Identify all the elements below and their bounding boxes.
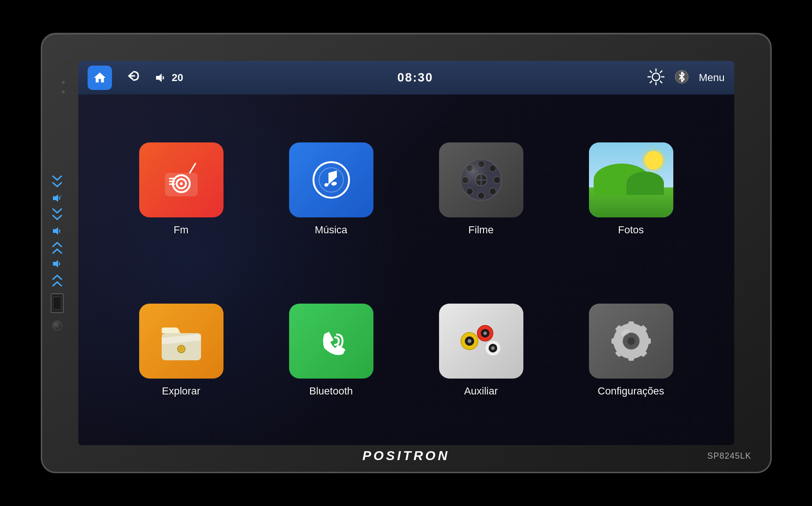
bluetooth-header-icon [674, 68, 689, 85]
svg-line-12 [661, 81, 663, 83]
brightness-button[interactable] [647, 68, 665, 88]
rotary-knob[interactable] [52, 320, 62, 331]
fm-icon [139, 142, 223, 217]
track-down-button[interactable] [52, 175, 62, 188]
svg-marker-4 [53, 260, 58, 268]
app-fm[interactable]: Fm [106, 109, 256, 270]
svg-line-13 [661, 71, 663, 73]
app-musica[interactable]: Música [256, 109, 406, 270]
svg-marker-5 [156, 74, 162, 82]
app-auxiliar[interactable]: Auxiliar [406, 270, 556, 431]
svg-line-23 [190, 164, 195, 173]
settings-icon [589, 304, 673, 379]
volume-icon [155, 72, 168, 83]
device-decoration [62, 81, 65, 93]
bluetooth-status-button[interactable] [674, 68, 689, 87]
app-fotos[interactable]: Fotos [556, 109, 706, 270]
volume-section: 20 [155, 72, 183, 84]
top-bar: 20 08:30 [78, 61, 734, 95]
photos-icon [589, 142, 673, 217]
bluetooth-label: Bluetooth [309, 385, 353, 397]
volume-power-button[interactable]: - [52, 226, 62, 236]
volume-level: 20 [172, 72, 183, 84]
app-explorar[interactable]: Explorar [106, 270, 256, 431]
app-bluetooth[interactable]: Bluetooth [256, 270, 406, 431]
brand-name: POSITRON [362, 448, 449, 463]
back-icon [125, 69, 142, 83]
auxiliary-icon [439, 304, 523, 379]
side-panel: + - [51, 175, 64, 331]
svg-rect-58 [628, 321, 634, 329]
music-icon [289, 142, 373, 217]
film-icon [439, 142, 523, 217]
svg-point-54 [491, 346, 495, 350]
svg-point-48 [467, 339, 471, 343]
main-area: Fm Música [78, 95, 734, 445]
track-up-2-button[interactable] [52, 274, 62, 287]
menu-button[interactable]: Menu [699, 72, 724, 84]
svg-rect-60 [611, 338, 619, 344]
svg-point-67 [627, 337, 635, 345]
explorar-label: Explorar [162, 385, 201, 397]
volume-up-button[interactable]: + [52, 193, 62, 203]
svg-marker-2 [53, 227, 58, 235]
app-grid: Fm Música [78, 95, 734, 445]
auxiliar-label: Auxiliar [464, 385, 498, 397]
volume-seek-button[interactable] [52, 259, 62, 269]
svg-rect-61 [643, 338, 651, 344]
svg-point-45 [179, 347, 183, 351]
app-filme[interactable]: Filme [406, 109, 556, 270]
usb-port[interactable] [51, 293, 64, 313]
svg-line-14 [650, 81, 652, 83]
home-button[interactable] [88, 66, 112, 90]
time-display: 08:30 [193, 70, 638, 85]
svg-point-51 [483, 332, 487, 335]
brand-bar: POSITRON SP8245LK [42, 448, 770, 463]
model-name: SP8245LK [707, 451, 751, 461]
svg-text:+: + [60, 194, 62, 198]
fotos-label: Fotos [618, 224, 644, 236]
svg-text:-: - [60, 230, 61, 234]
svg-point-26 [331, 181, 337, 186]
musica-label: Música [315, 224, 348, 236]
back-button[interactable] [125, 69, 142, 86]
svg-point-6 [652, 73, 660, 81]
main-screen: 20 08:30 [78, 61, 734, 445]
fm-label: Fm [174, 224, 189, 236]
brightness-icon [647, 68, 665, 86]
bluetooth-app-icon [289, 304, 373, 379]
track-up-button[interactable] [52, 241, 62, 254]
svg-point-19 [180, 182, 183, 185]
configuracoes-label: Configurações [598, 385, 664, 397]
svg-line-11 [650, 71, 652, 73]
photos-scene [589, 142, 673, 217]
filme-label: Filme [469, 224, 494, 236]
home-icon [93, 71, 107, 85]
explorer-icon [139, 304, 223, 379]
app-configuracoes[interactable]: Configurações [556, 270, 706, 431]
track-down-2-button[interactable] [52, 208, 62, 221]
svg-marker-0 [53, 194, 58, 202]
svg-rect-59 [628, 353, 634, 361]
car-stereo-device: + - [41, 33, 772, 473]
